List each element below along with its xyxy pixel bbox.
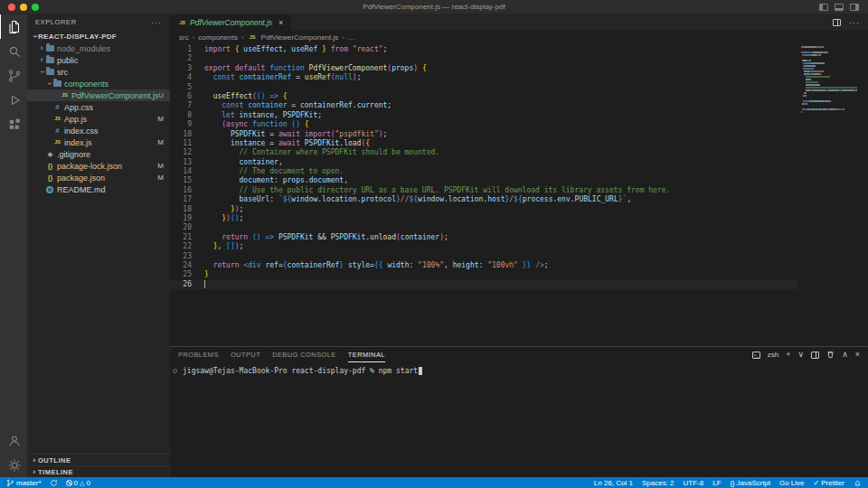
tab-pdfviewercomponent[interactable]: JS PdfViewerComponent.js ×	[170, 14, 292, 31]
cursor-position-item[interactable]: Ln 26, Col 1	[594, 479, 633, 487]
toggle-secondary-sidebar-icon[interactable]	[850, 4, 859, 11]
minimap[interactable]	[801, 46, 863, 117]
code-line[interactable]: 1import { useEffect, useRef } from "reac…	[170, 45, 797, 54]
code-line[interactable]: 25}	[170, 270, 797, 279]
json-file-icon: {}	[45, 174, 55, 182]
encoding-item[interactable]: UTF-8	[684, 479, 704, 487]
tree-item-.gitignore[interactable]: ◆.gitignore	[27, 148, 170, 160]
tab-output[interactable]: OUTPUT	[231, 347, 260, 362]
tree-item-label: node_modules	[55, 44, 170, 53]
code-line[interactable]: 20	[170, 223, 797, 232]
breadcrumb-components[interactable]: components	[198, 33, 238, 42]
zoom-window-icon[interactable]	[32, 4, 39, 11]
search-icon[interactable]	[0, 39, 27, 63]
code-line[interactable]: 6 useEffect(() => {	[170, 92, 797, 101]
toggle-sidebar-icon[interactable]	[819, 4, 828, 11]
notifications-bell-icon[interactable]	[854, 479, 862, 487]
code-line[interactable]: 14 // The document to open.	[170, 167, 797, 176]
tree-item-index.css[interactable]: #index.css	[27, 125, 170, 136]
tree-item-src[interactable]: ›src	[27, 66, 170, 78]
breadcrumb-symbol[interactable]: …	[348, 33, 355, 42]
chevron-down-icon[interactable]: ∨	[798, 351, 805, 359]
tree-item-PdfViewerComponent.js[interactable]: JSPdfViewerComponent.jsU	[27, 89, 170, 101]
git-branch-item[interactable]: master*	[6, 479, 42, 487]
code-line[interactable]: 16 // Use the public directory URL as a …	[170, 186, 797, 195]
code-line[interactable]: 19 })();	[170, 214, 797, 223]
close-window-icon[interactable]	[8, 4, 15, 11]
run-and-debug-icon[interactable]	[0, 88, 27, 112]
code-line[interactable]: 21 return () => PSPDFKit && PSPDFKit.unl…	[170, 233, 797, 242]
problems-item[interactable]: 0 △ 0	[66, 479, 90, 487]
tree-item-components[interactable]: ›components	[27, 78, 170, 89]
code-line[interactable]: 17 baseUrl: `${window.location.protocol}…	[170, 195, 797, 204]
tree-item-label: index.js	[62, 138, 157, 147]
code-line[interactable]: 7 const container = containerRef.current…	[170, 101, 797, 110]
outline-section[interactable]: › OUTLINE	[27, 454, 170, 465]
split-terminal-icon[interactable]	[811, 352, 819, 359]
status-bar: master* 0 △ 0 Ln 26, Col 1 Spaces: 2 UTF…	[0, 477, 868, 488]
code-line[interactable]: 18 });	[170, 205, 797, 214]
trash-icon[interactable]	[826, 351, 835, 359]
code-line[interactable]: 9 (async function () {	[170, 120, 797, 129]
code-line[interactable]: 15 document: props.document,	[170, 176, 797, 185]
eol-item[interactable]: LF	[712, 479, 721, 487]
settings-gear-icon[interactable]	[0, 453, 27, 477]
code-line[interactable]: 3export default function PdfViewerCompon…	[170, 64, 797, 73]
toggle-panel-icon[interactable]	[835, 4, 844, 11]
code-line[interactable]: 4 const containerRef = useRef(null);	[170, 73, 797, 82]
new-terminal-plus-icon[interactable]: +	[786, 351, 790, 359]
tab-terminal[interactable]: TERMINAL	[348, 347, 385, 362]
maximize-panel-chevron-up-icon[interactable]: ∧	[842, 351, 848, 359]
line-number: 1	[170, 45, 192, 54]
tree-item-node_modules[interactable]: ›node_modules	[27, 42, 170, 54]
shell-label[interactable]: zsh	[768, 351, 778, 359]
split-editor-icon[interactable]	[833, 19, 841, 26]
line-number: 6	[170, 92, 192, 101]
code-line[interactable]: 12 // Container where PSPDFKit should be…	[170, 148, 797, 157]
code-editor[interactable]: 1import { useEffect, useRef } from "reac…	[170, 43, 868, 346]
close-tab-icon[interactable]: ×	[278, 18, 283, 27]
explorer-more-actions-icon[interactable]: ···	[151, 18, 162, 27]
tab-problems[interactable]: PROBLEMS	[178, 347, 219, 362]
line-number: 26	[170, 280, 192, 289]
git-status-badge: M	[157, 115, 164, 123]
tree-item-package-lock.json[interactable]: {}package-lock.jsonM	[27, 160, 170, 172]
breadcrumb-file[interactable]: PdfViewerComponent.js	[261, 33, 339, 42]
explorer-icon[interactable]	[0, 14, 27, 39]
tree-item-App.js[interactable]: JSApp.jsM	[27, 113, 170, 125]
terminal-cursor	[419, 367, 422, 375]
code-line[interactable]: 2	[170, 54, 797, 63]
code-line[interactable]: 24 return <div ref={containerRef} style=…	[170, 261, 797, 270]
tree-item-index.js[interactable]: JSindex.jsM	[27, 136, 170, 148]
tree-item-App.css[interactable]: #App.css	[27, 101, 170, 113]
tree-item-package.json[interactable]: {}package.jsonM	[27, 172, 170, 183]
breadcrumb-src[interactable]: src	[179, 33, 189, 42]
tree-item-README.md[interactable]: MREADME.md	[27, 183, 170, 195]
terminal-area[interactable]: jigsaw@Tejas-MacBook-Pro react-display-p…	[170, 362, 868, 477]
timeline-section[interactable]: › TIMELINE	[27, 465, 170, 477]
go-live-item[interactable]: Go Live	[779, 479, 805, 487]
code-line[interactable]: 23	[170, 252, 797, 261]
line-number: 17	[170, 195, 192, 204]
tab-debug-console[interactable]: DEBUG CONSOLE	[272, 347, 336, 362]
tree-item-public[interactable]: ›public	[27, 54, 170, 66]
tree-item-label: README.md	[55, 185, 170, 194]
prettier-item[interactable]: ✓ Prettier	[814, 479, 845, 487]
project-root-folder[interactable]: › REACT-DISPLAY-PDF	[27, 30, 170, 42]
minimize-window-icon[interactable]	[20, 4, 27, 11]
source-control-icon[interactable]	[0, 63, 27, 88]
code-line[interactable]: 26	[170, 280, 797, 289]
code-line[interactable]: 10 PSPDFKit = await import("pspdfkit");	[170, 130, 797, 139]
code-line[interactable]: 11 instance = await PSPDFKit.load({	[170, 139, 797, 148]
code-line[interactable]: 22 }, []);	[170, 242, 797, 251]
accounts-icon[interactable]	[0, 428, 27, 453]
code-line[interactable]: 8 let instance, PSPDFKit;	[170, 111, 797, 120]
close-panel-icon[interactable]: ×	[855, 351, 860, 359]
language-mode-item[interactable]: {} JavaScript	[731, 479, 770, 487]
indentation-item[interactable]: Spaces: 2	[642, 479, 675, 487]
sync-changes-item[interactable]	[50, 479, 58, 487]
editor-more-actions-icon[interactable]: ···	[849, 18, 860, 27]
extensions-icon[interactable]	[0, 112, 27, 136]
code-line[interactable]: 5	[170, 83, 797, 92]
code-line[interactable]: 13 container,	[170, 158, 797, 167]
